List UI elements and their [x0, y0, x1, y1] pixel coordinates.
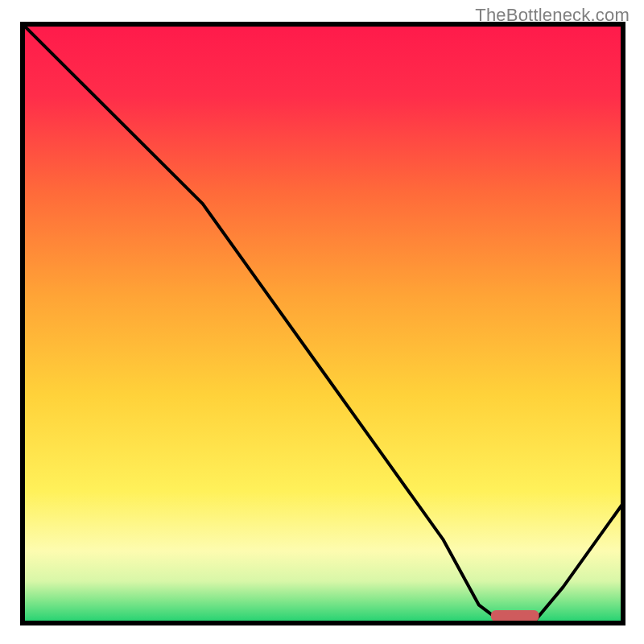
watermark-text: TheBottleneck.com [475, 5, 630, 26]
plot-area [23, 24, 623, 623]
optimal-region-marker [491, 610, 539, 621]
chart-container: TheBottleneck.com [0, 0, 644, 644]
bottleneck-chart [0, 0, 644, 644]
